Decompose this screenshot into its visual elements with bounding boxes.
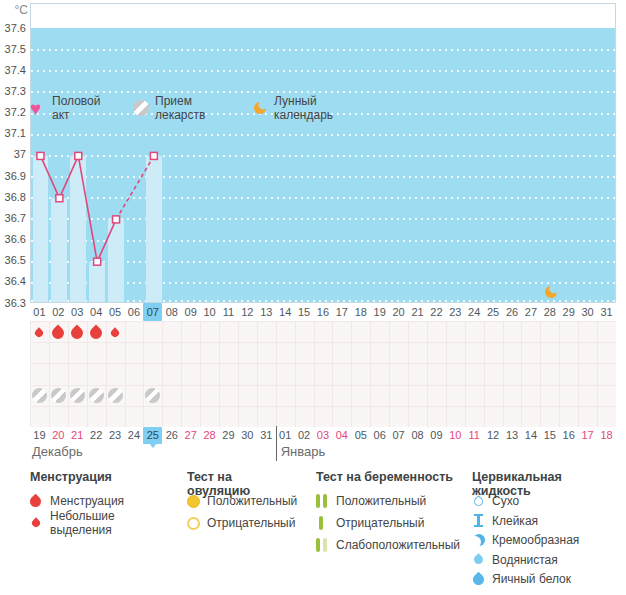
calendar-date[interactable]: 01 [276,427,295,444]
calendar-date[interactable]: 08 [408,427,427,444]
cycle-day-label[interactable]: 02 [49,303,68,321]
temperature-point-marker[interactable] [94,258,101,265]
tracking-grid [30,321,616,427]
legend-item-label: Яичный белок [492,572,571,586]
legend-item: Небольшие выделения [30,515,124,531]
cycle-day-label[interactable]: 11 [219,303,238,321]
temperature-point-marker[interactable] [113,216,120,223]
calendar-date[interactable]: 16 [559,427,578,444]
month-label: Декабрь [32,444,83,459]
legend-group: Тест на беременностьПоложительныйОтрицат… [316,470,460,559]
y-axis-tick-label: 36.5 [0,254,26,266]
month-label: Январь [281,444,326,459]
cycle-day-label[interactable]: 16 [314,303,333,321]
circle-outline-yellow-icon [187,517,207,530]
calendar-date[interactable]: 03 [314,427,333,444]
cycle-day-label[interactable]: 30 [578,303,597,321]
crescent-blue-icon [472,534,492,546]
cycle-day-label[interactable]: 19 [370,303,389,321]
cycle-day-label[interactable]: 13 [257,303,276,321]
bars-two-green-icon [316,494,336,508]
cycle-day-label[interactable]: 27 [521,303,540,321]
cycle-day-label[interactable]: 14 [276,303,295,321]
cycle-day-label[interactable]: 01 [30,303,49,321]
medication-pill-icon [51,388,66,403]
calendar-date[interactable]: 11 [465,427,484,444]
cycle-day-label[interactable]: 24 [465,303,484,321]
legend-item: ♥Половой акт [30,98,100,118]
calendar-date[interactable]: 28 [200,427,219,444]
bbt-chart-widget: { "unit_label": "°C", "chart_data": { "t… [0,0,626,595]
legend-item-label: Клейкая [492,514,538,528]
cycle-day-label[interactable]: 23 [446,303,465,321]
heart-icon: ♥ [30,99,52,118]
calendar-date[interactable]: 22 [87,427,106,444]
cycle-day-label[interactable]: 29 [559,303,578,321]
calendar-date[interactable]: 07 [389,427,408,444]
calendar-date[interactable]: 25 [143,427,162,444]
month-divider [276,426,277,461]
cycle-day-label[interactable]: 31 [597,303,616,321]
y-axis-tick-label: 37.3 [0,85,26,97]
cycle-day-label[interactable]: 28 [540,303,559,321]
cycle-day-label[interactable]: 20 [389,303,408,321]
cycle-day-label[interactable]: 03 [68,303,87,321]
cycle-day-label[interactable]: 07 [143,303,162,321]
temperature-point-marker[interactable] [75,152,82,159]
calendar-date[interactable]: 04 [332,427,351,444]
legend-item-label: Сухо [492,494,519,508]
legend-item: Положительный [316,493,460,509]
temperature-line-dashed [116,156,154,220]
y-axis-tick-label: 37.6 [0,22,26,34]
calendar-date[interactable]: 30 [238,427,257,444]
calendar-date[interactable]: 21 [68,427,87,444]
calendar-date[interactable]: 15 [540,427,559,444]
cycle-day-label[interactable]: 26 [503,303,522,321]
medication-pill-icon [145,388,160,403]
calendar-date[interactable]: 02 [295,427,314,444]
calendar-date[interactable]: 05 [351,427,370,444]
calendar-date[interactable]: 13 [503,427,522,444]
cycle-day-label[interactable]: 21 [408,303,427,321]
calendar-date[interactable]: 06 [370,427,389,444]
calendar-date[interactable]: 12 [484,427,503,444]
cycle-day-label[interactable]: 12 [238,303,257,321]
legend-group: Цервикальная жидкостьСухоКлейкаяКремообр… [472,470,579,591]
cycle-day-label[interactable]: 18 [351,303,370,321]
menstruation-drop-icon [50,325,67,342]
cycle-day-label[interactable]: 09 [181,303,200,321]
calendar-date[interactable]: 31 [257,427,276,444]
calendar-date[interactable]: 24 [125,427,144,444]
cycle-day-label[interactable]: 05 [106,303,125,321]
calendar-date[interactable]: 26 [162,427,181,444]
legend-group-title: Тест на овуляцию [187,470,297,486]
cycle-day-label[interactable]: 06 [125,303,144,321]
legend-group-title: Менструация [30,470,124,486]
temperature-point-marker[interactable] [37,152,44,159]
temperature-point-marker[interactable] [150,152,157,159]
calendar-date[interactable]: 10 [446,427,465,444]
cycle-day-label[interactable]: 10 [200,303,219,321]
y-axis-tick-label: 37.4 [0,64,26,76]
calendar-date[interactable]: 23 [106,427,125,444]
legend-item-label: Половой акт [52,94,100,122]
calendar-date[interactable]: 17 [578,427,597,444]
cycle-day-label[interactable]: 15 [295,303,314,321]
cycle-day-label[interactable]: 08 [162,303,181,321]
calendar-date[interactable]: 27 [181,427,200,444]
cycle-day-label[interactable]: 17 [332,303,351,321]
cycle-day-label[interactable]: 22 [427,303,446,321]
menstruation-drop-icon [109,327,120,338]
cycle-day-label[interactable]: 25 [484,303,503,321]
cycle-day-label[interactable]: 04 [87,303,106,321]
calendar-date[interactable]: 19 [30,427,49,444]
calendar-date[interactable]: 09 [427,427,446,444]
legend-item: Кремообразная [472,532,579,548]
calendar-date[interactable]: 14 [521,427,540,444]
calendar-date[interactable]: 29 [219,427,238,444]
calendar-date[interactable]: 20 [49,427,68,444]
temperature-point-marker[interactable] [56,195,63,202]
y-axis-tick-label: 36.7 [0,212,26,224]
calendar-date[interactable]: 18 [597,427,616,444]
y-axis-tick-label: 37.2 [0,106,26,118]
